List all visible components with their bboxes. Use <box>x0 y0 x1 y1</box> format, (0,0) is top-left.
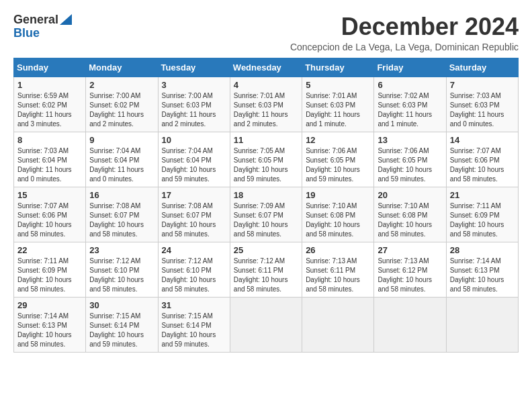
day-detail: Sunrise: 7:15 AM Sunset: 6:14 PM Dayligh… <box>162 312 216 348</box>
calendar-day-cell: 17Sunrise: 7:08 AM Sunset: 6:07 PM Dayli… <box>158 187 230 242</box>
calendar-week-row: 1Sunrise: 6:59 AM Sunset: 6:02 PM Daylig… <box>14 77 519 132</box>
day-number: 8 <box>17 135 82 145</box>
day-detail: Sunrise: 7:00 AM Sunset: 6:02 PM Dayligh… <box>89 92 144 128</box>
day-number: 11 <box>234 135 298 145</box>
calendar-day-cell: 19Sunrise: 7:10 AM Sunset: 6:08 PM Dayli… <box>302 187 374 242</box>
day-detail: Sunrise: 7:03 AM Sunset: 6:04 PM Dayligh… <box>17 147 72 183</box>
day-detail: Sunrise: 7:08 AM Sunset: 6:07 PM Dayligh… <box>89 202 144 238</box>
calendar-week-row: 29Sunrise: 7:14 AM Sunset: 6:13 PM Dayli… <box>14 297 519 352</box>
calendar-day-cell: 9Sunrise: 7:04 AM Sunset: 6:04 PM Daylig… <box>86 132 158 187</box>
day-detail: Sunrise: 6:59 AM Sunset: 6:02 PM Dayligh… <box>17 92 72 128</box>
day-number: 23 <box>89 245 154 255</box>
calendar-day-cell: 3Sunrise: 7:00 AM Sunset: 6:03 PM Daylig… <box>158 77 230 132</box>
day-detail: Sunrise: 7:04 AM Sunset: 6:04 PM Dayligh… <box>162 147 216 183</box>
day-detail: Sunrise: 7:11 AM Sunset: 6:09 PM Dayligh… <box>17 257 72 293</box>
day-number: 21 <box>450 190 515 200</box>
day-number: 14 <box>450 135 515 145</box>
calendar-day-cell: 7Sunrise: 7:03 AM Sunset: 6:03 PM Daylig… <box>446 77 518 132</box>
calendar-day-cell: 12Sunrise: 7:06 AM Sunset: 6:05 PM Dayli… <box>302 132 374 187</box>
day-detail: Sunrise: 7:14 AM Sunset: 6:13 PM Dayligh… <box>450 257 504 293</box>
logo-general-text: General <box>13 13 58 27</box>
day-number: 27 <box>378 245 442 255</box>
day-number: 19 <box>306 190 370 200</box>
day-number: 31 <box>162 300 226 310</box>
logo-triangle-icon <box>60 14 72 25</box>
day-detail: Sunrise: 7:02 AM Sunset: 6:03 PM Dayligh… <box>378 92 432 128</box>
day-number: 9 <box>89 135 154 145</box>
calendar-day-cell: 26Sunrise: 7:13 AM Sunset: 6:11 PM Dayli… <box>302 242 374 297</box>
day-detail: Sunrise: 7:10 AM Sunset: 6:08 PM Dayligh… <box>378 202 432 238</box>
calendar-day-cell: 21Sunrise: 7:11 AM Sunset: 6:09 PM Dayli… <box>446 187 518 242</box>
day-detail: Sunrise: 7:12 AM Sunset: 6:11 PM Dayligh… <box>234 257 288 293</box>
day-detail: Sunrise: 7:05 AM Sunset: 6:05 PM Dayligh… <box>234 147 288 183</box>
calendar-week-row: 8Sunrise: 7:03 AM Sunset: 6:04 PM Daylig… <box>14 132 519 187</box>
day-number: 18 <box>234 190 298 200</box>
day-number: 6 <box>378 80 442 90</box>
calendar-day-cell: 4Sunrise: 7:01 AM Sunset: 6:03 PM Daylig… <box>230 77 302 132</box>
calendar-day-cell: 30Sunrise: 7:15 AM Sunset: 6:14 PM Dayli… <box>86 297 158 352</box>
calendar-header-row: SundayMondayTuesdayWednesdayThursdayFrid… <box>14 58 519 77</box>
col-header-thursday: Thursday <box>302 58 374 77</box>
calendar-day-cell: 18Sunrise: 7:09 AM Sunset: 6:07 PM Dayli… <box>230 187 302 242</box>
page-header: General Blue December 2024 Concepcion de… <box>13 13 519 52</box>
day-number: 24 <box>162 245 226 255</box>
day-detail: Sunrise: 7:10 AM Sunset: 6:08 PM Dayligh… <box>306 202 360 238</box>
calendar-table: SundayMondayTuesdayWednesdayThursdayFrid… <box>13 58 519 353</box>
day-number: 13 <box>378 135 442 145</box>
calendar-day-cell: 16Sunrise: 7:08 AM Sunset: 6:07 PM Dayli… <box>86 187 158 242</box>
calendar-day-cell: 23Sunrise: 7:12 AM Sunset: 6:10 PM Dayli… <box>86 242 158 297</box>
day-detail: Sunrise: 7:08 AM Sunset: 6:07 PM Dayligh… <box>162 202 216 238</box>
day-detail: Sunrise: 7:07 AM Sunset: 6:06 PM Dayligh… <box>450 147 504 183</box>
day-number: 29 <box>17 300 82 310</box>
day-number: 12 <box>306 135 370 145</box>
calendar-day-cell: 6Sunrise: 7:02 AM Sunset: 6:03 PM Daylig… <box>374 77 446 132</box>
day-detail: Sunrise: 7:01 AM Sunset: 6:03 PM Dayligh… <box>234 92 288 128</box>
day-detail: Sunrise: 7:09 AM Sunset: 6:07 PM Dayligh… <box>234 202 288 238</box>
day-detail: Sunrise: 7:03 AM Sunset: 6:03 PM Dayligh… <box>450 92 504 128</box>
day-number: 7 <box>450 80 515 90</box>
calendar-day-cell <box>374 297 446 352</box>
calendar-day-cell: 10Sunrise: 7:04 AM Sunset: 6:04 PM Dayli… <box>158 132 230 187</box>
calendar-day-cell: 27Sunrise: 7:13 AM Sunset: 6:12 PM Dayli… <box>374 242 446 297</box>
svg-marker-0 <box>60 14 72 25</box>
day-detail: Sunrise: 7:13 AM Sunset: 6:11 PM Dayligh… <box>306 257 360 293</box>
day-number: 30 <box>89 300 154 310</box>
day-number: 22 <box>17 245 82 255</box>
day-number: 16 <box>89 190 154 200</box>
day-detail: Sunrise: 7:00 AM Sunset: 6:03 PM Dayligh… <box>162 92 216 128</box>
day-number: 10 <box>162 135 226 145</box>
calendar-week-row: 15Sunrise: 7:07 AM Sunset: 6:06 PM Dayli… <box>14 187 519 242</box>
day-number: 15 <box>17 190 82 200</box>
day-detail: Sunrise: 7:01 AM Sunset: 6:03 PM Dayligh… <box>306 92 360 128</box>
calendar-day-cell: 20Sunrise: 7:10 AM Sunset: 6:08 PM Dayli… <box>374 187 446 242</box>
day-detail: Sunrise: 7:06 AM Sunset: 6:05 PM Dayligh… <box>378 147 432 183</box>
day-number: 4 <box>234 80 298 90</box>
col-header-saturday: Saturday <box>446 58 518 77</box>
calendar-day-cell: 11Sunrise: 7:05 AM Sunset: 6:05 PM Dayli… <box>230 132 302 187</box>
calendar-day-cell: 13Sunrise: 7:06 AM Sunset: 6:05 PM Dayli… <box>374 132 446 187</box>
logo: General Blue <box>13 13 72 40</box>
day-detail: Sunrise: 7:14 AM Sunset: 6:13 PM Dayligh… <box>17 312 72 348</box>
day-detail: Sunrise: 7:11 AM Sunset: 6:09 PM Dayligh… <box>450 202 504 238</box>
col-header-wednesday: Wednesday <box>230 58 302 77</box>
day-number: 17 <box>162 190 226 200</box>
day-number: 26 <box>306 245 370 255</box>
calendar-day-cell: 25Sunrise: 7:12 AM Sunset: 6:11 PM Dayli… <box>230 242 302 297</box>
calendar-day-cell: 24Sunrise: 7:12 AM Sunset: 6:10 PM Dayli… <box>158 242 230 297</box>
calendar-week-row: 22Sunrise: 7:11 AM Sunset: 6:09 PM Dayli… <box>14 242 519 297</box>
logo-blue-text: Blue <box>13 27 40 40</box>
calendar-day-cell <box>302 297 374 352</box>
day-detail: Sunrise: 7:15 AM Sunset: 6:14 PM Dayligh… <box>89 312 144 348</box>
month-title: December 2024 <box>290 13 519 40</box>
day-number: 3 <box>162 80 226 90</box>
col-header-sunday: Sunday <box>14 58 86 77</box>
day-detail: Sunrise: 7:12 AM Sunset: 6:10 PM Dayligh… <box>162 257 216 293</box>
title-block: December 2024 Concepcion de La Vega, La … <box>290 13 519 52</box>
calendar-day-cell: 1Sunrise: 6:59 AM Sunset: 6:02 PM Daylig… <box>14 77 86 132</box>
calendar-day-cell: 29Sunrise: 7:14 AM Sunset: 6:13 PM Dayli… <box>14 297 86 352</box>
calendar-day-cell <box>230 297 302 352</box>
day-detail: Sunrise: 7:06 AM Sunset: 6:05 PM Dayligh… <box>306 147 360 183</box>
calendar-day-cell: 8Sunrise: 7:03 AM Sunset: 6:04 PM Daylig… <box>14 132 86 187</box>
calendar-day-cell: 28Sunrise: 7:14 AM Sunset: 6:13 PM Dayli… <box>446 242 518 297</box>
day-detail: Sunrise: 7:07 AM Sunset: 6:06 PM Dayligh… <box>17 202 72 238</box>
